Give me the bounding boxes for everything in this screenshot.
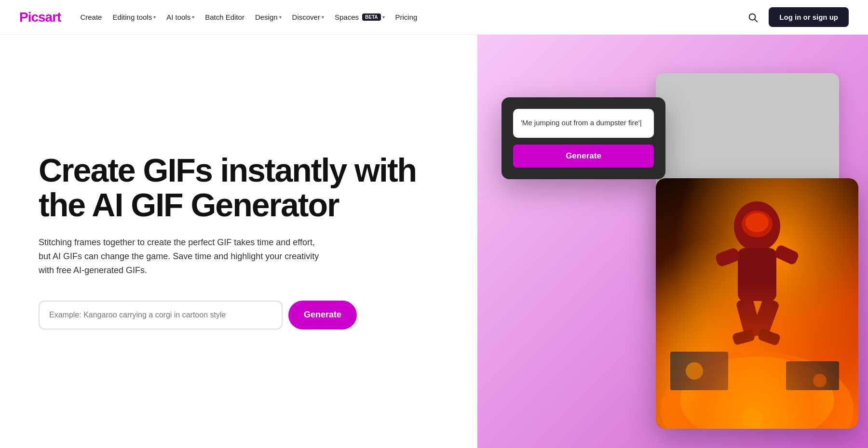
ai-card-prompt-text: 'Me jumping out from a dumpster fire'| bbox=[513, 109, 654, 138]
hero-left: Create GIFs instantly with the AI GIF Ge… bbox=[0, 35, 477, 448]
chevron-down-icon: ▾ bbox=[322, 14, 324, 20]
chevron-down-icon: ▾ bbox=[192, 14, 194, 20]
svg-rect-10 bbox=[715, 247, 741, 268]
nav-left: Picsart Create Editing tools ▾ AI tools … bbox=[19, 10, 421, 25]
chevron-down-icon: ▾ bbox=[382, 14, 385, 20]
nav-link-ai-tools[interactable]: AI tools ▾ bbox=[163, 10, 198, 24]
hero-subtitle: Stitching frames together to create the … bbox=[39, 236, 328, 277]
svg-line-1 bbox=[755, 19, 757, 22]
hero-section: Create GIFs instantly with the AI GIF Ge… bbox=[0, 35, 868, 448]
beta-badge: BETA bbox=[362, 13, 380, 21]
ai-prompt-card: 'Me jumping out from a dumpster fire'| G… bbox=[502, 97, 665, 179]
nav-right: Log in or sign up bbox=[745, 7, 849, 27]
chevron-down-icon: ▾ bbox=[279, 14, 282, 20]
ai-card-generate-button[interactable]: Generate bbox=[513, 145, 654, 168]
nav-link-create[interactable]: Create bbox=[76, 10, 106, 24]
hero-right: 'Me jumping out from a dumpster fire'| G… bbox=[477, 35, 868, 448]
nav-link-batch-editor[interactable]: Batch Editor bbox=[201, 10, 248, 24]
gif-prompt-input[interactable] bbox=[39, 301, 283, 329]
nav-link-editing-tools[interactable]: Editing tools ▾ bbox=[108, 10, 160, 24]
nav-link-design[interactable]: Design ▾ bbox=[251, 10, 285, 24]
chevron-down-icon: ▾ bbox=[153, 14, 156, 20]
gif-image bbox=[656, 178, 858, 429]
hero-title: Create GIFs instantly with the AI GIF Ge… bbox=[39, 153, 448, 222]
logo[interactable]: Picsart bbox=[19, 10, 61, 25]
svg-point-8 bbox=[746, 213, 769, 232]
hero-form: Generate bbox=[39, 301, 357, 329]
generated-gif-preview bbox=[656, 178, 858, 429]
hero-generate-button[interactable]: Generate bbox=[288, 301, 357, 329]
nav-links: Create Editing tools ▾ AI tools ▾ Batch … bbox=[76, 10, 421, 24]
nav-link-pricing[interactable]: Pricing bbox=[392, 10, 421, 24]
login-button[interactable]: Log in or sign up bbox=[769, 7, 849, 27]
fire-overlay bbox=[656, 278, 858, 429]
svg-rect-11 bbox=[773, 244, 800, 266]
navbar: Picsart Create Editing tools ▾ AI tools … bbox=[0, 0, 868, 35]
nav-link-spaces[interactable]: Spaces BETA ▾ bbox=[331, 10, 389, 24]
search-button[interactable] bbox=[745, 9, 761, 26]
nav-link-discover[interactable]: Discover ▾ bbox=[288, 10, 328, 24]
search-icon bbox=[747, 12, 758, 23]
